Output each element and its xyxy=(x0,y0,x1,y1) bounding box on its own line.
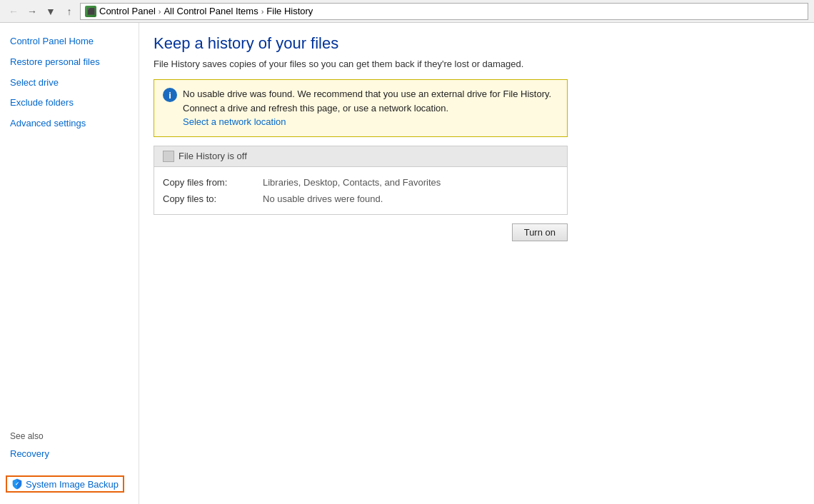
path-icon: ⬛ xyxy=(85,6,96,17)
up-button[interactable]: ↑ xyxy=(61,4,77,19)
page-subtitle: File History saves copies of your files … xyxy=(154,59,800,69)
back-button[interactable]: ← xyxy=(6,4,21,19)
sidebar: Control Panel Home Restore personal file… xyxy=(0,23,139,504)
see-also-label: See also xyxy=(10,431,49,441)
main-container: Control Panel Home Restore personal file… xyxy=(0,23,814,504)
status-panel: File History is off Copy files from: Lib… xyxy=(154,146,568,215)
system-image-backup-button[interactable]: ✓ System Image Backup xyxy=(6,475,124,493)
copy-files-to-label: Copy files to: xyxy=(163,193,263,204)
address-path[interactable]: ⬛ Control Panel › All Control Panel Item… xyxy=(80,3,808,20)
warning-message: No usable drive was found. We recommend … xyxy=(183,89,551,114)
copy-files-from-value: Libraries, Desktop, Contacts, and Favori… xyxy=(263,177,441,188)
path-segment-1: Control Panel xyxy=(99,6,156,16)
sidebar-item-restore-personal-files[interactable]: Restore personal files xyxy=(0,52,139,73)
info-row-to: Copy files to: No usable drives were fou… xyxy=(163,191,558,207)
status-header: File History is off xyxy=(154,146,567,167)
sidebar-item-recovery[interactable]: Recovery xyxy=(10,444,49,465)
copy-files-to-value: No usable drives were found. xyxy=(263,193,383,204)
path-segment-2: All Control Panel Items xyxy=(164,6,258,16)
status-header-text: File History is off xyxy=(179,151,247,161)
path-segment-3: File History xyxy=(266,6,313,16)
forward-button[interactable]: → xyxy=(24,4,40,19)
sidebar-item-advanced-settings[interactable]: Advanced settings xyxy=(0,114,139,134)
network-location-link[interactable]: Select a network location xyxy=(183,116,286,127)
button-row: Turn on xyxy=(154,223,568,241)
address-bar: ← → ▼ ↑ ⬛ Control Panel › All Control Pa… xyxy=(0,0,814,23)
turn-on-button[interactable]: Turn on xyxy=(512,223,568,241)
warning-text: No usable drive was found. We recommend … xyxy=(183,87,558,129)
system-image-backup-label: System Image Backup xyxy=(26,479,119,490)
content-area: Keep a history of your files File Histor… xyxy=(139,23,814,504)
svg-text:✓: ✓ xyxy=(15,481,19,486)
page-title: Keep a history of your files xyxy=(154,34,800,53)
sidebar-item-select-drive[interactable]: Select drive xyxy=(0,73,139,94)
recent-button[interactable]: ▼ xyxy=(43,4,59,19)
sidebar-item-control-panel-home[interactable]: Control Panel Home xyxy=(0,31,139,52)
warning-box: i No usable drive was found. We recommen… xyxy=(154,79,568,137)
path-sep-2: › xyxy=(261,7,264,16)
status-indicator xyxy=(163,151,174,162)
info-row-from: Copy files from: Libraries, Desktop, Con… xyxy=(163,174,558,191)
sidebar-item-exclude-folders[interactable]: Exclude folders xyxy=(0,93,139,114)
shield-icon: ✓ xyxy=(11,478,23,490)
info-icon: i xyxy=(163,88,177,102)
copy-files-from-label: Copy files from: xyxy=(163,177,263,188)
status-body: Copy files from: Libraries, Desktop, Con… xyxy=(154,167,567,214)
path-sep-1: › xyxy=(159,7,161,16)
